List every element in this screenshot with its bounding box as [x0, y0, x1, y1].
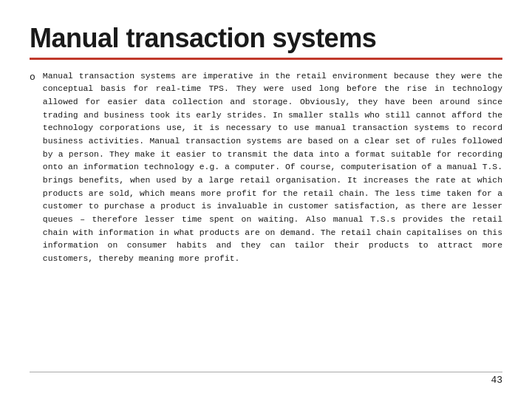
title-section: Manual transaction systems [30, 24, 502, 60]
body-text: Manual transaction systems are imperativ… [43, 70, 502, 266]
bottom-divider [30, 372, 502, 372]
bullet-icon: o [30, 72, 35, 83]
content-area: o Manual transaction systems are imperat… [30, 70, 502, 266]
slide: Manual transaction systems o Manual tran… [0, 0, 532, 399]
slide-title: Manual transaction systems [30, 24, 502, 53]
title-underline [30, 58, 502, 60]
page-number: 43 [491, 375, 502, 386]
